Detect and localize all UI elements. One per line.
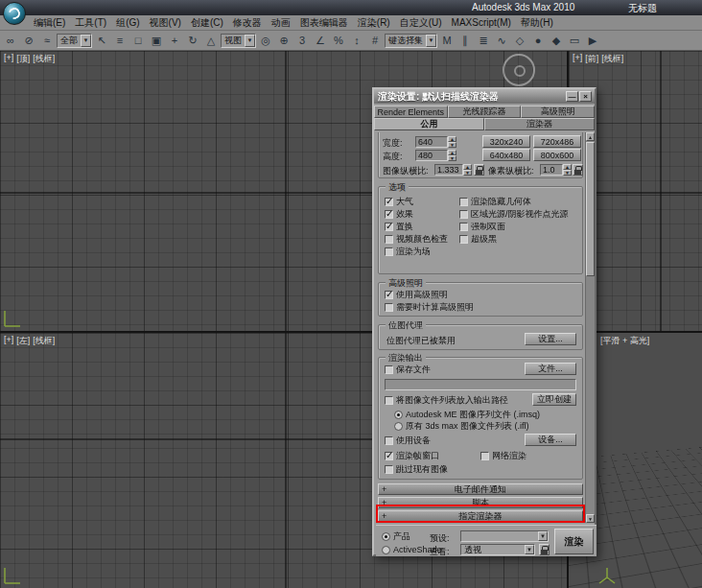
spinner-snap-toggle-icon[interactable]: ↕ (348, 33, 365, 49)
devices-button[interactable]: 设备... (525, 434, 576, 446)
width-spinner[interactable]: ▲▼ (448, 136, 456, 148)
named-selection-sets-dropdown[interactable]: 键选择集▼ (385, 34, 437, 48)
menu-create[interactable]: 创建(C) (186, 16, 228, 30)
select-and-link-icon[interactable]: ∞ (2, 33, 19, 49)
checkbox-use-advanced-lighting[interactable]: 使用高级照明 (385, 289, 474, 301)
angle-snap-toggle-icon[interactable]: ∠ (312, 33, 329, 49)
menu-edit[interactable]: 编辑(E) (29, 16, 70, 30)
percent-snap-toggle-icon[interactable]: % (330, 33, 347, 49)
select-and-move-icon[interactable]: + (166, 33, 183, 49)
align-icon[interactable]: ∥ (456, 33, 474, 49)
viewport-dropdown[interactable]: 透视 ▼ (460, 544, 535, 555)
menu-maxscript[interactable]: MAXScript(M) (447, 17, 516, 28)
radio-legacy-ifl[interactable]: 原有 3ds max 图像文件列表 (.ifl) (394, 420, 529, 432)
bitmap-proxies-setup-button[interactable]: 设置... (525, 333, 576, 345)
viewport-menu-pov[interactable]: [顶] (16, 53, 30, 65)
render-setup-icon[interactable]: ◆ (548, 33, 565, 49)
checkbox-displacement[interactable]: 置换 (385, 221, 448, 233)
preset-640x480-button[interactable]: 640x480 (482, 149, 530, 161)
viewport-menu-general[interactable]: [+] (4, 53, 13, 65)
tab-advanced-lighting[interactable]: 高级照明 (521, 106, 595, 118)
checkbox-atmosphere[interactable]: 大气 (385, 196, 448, 208)
preset-dropdown[interactable]: ▼ (460, 530, 549, 542)
rollup-email-notifications[interactable]: +电子邮件通知 (378, 483, 583, 495)
dialog-scrollbar[interactable]: ▲ ▼ (585, 132, 595, 523)
mirror-icon[interactable]: M (438, 33, 456, 49)
scroll-up-icon[interactable]: ▲ (586, 132, 595, 141)
scrollbar-thumb[interactable] (586, 142, 595, 276)
checkbox-compute-when-required[interactable]: 需要时计算高级照明 (385, 301, 474, 314)
menu-customize[interactable]: 自定义(U) (395, 16, 447, 30)
dialog-title-bar[interactable]: 渲染设置: 默认扫描线渲染器 (374, 89, 595, 104)
bind-to-space-warp-icon[interactable]: ≈ (38, 33, 56, 49)
rectangular-selection-region-icon[interactable]: □ (129, 33, 147, 49)
viewport-menu-shading[interactable]: [线框] (601, 53, 623, 65)
material-editor-icon[interactable]: ● (529, 33, 547, 49)
use-pivot-point-center-icon[interactable]: ◎ (257, 33, 274, 49)
preset-320x240-button[interactable]: 320x240 (482, 135, 530, 148)
render-production-icon[interactable]: ▶ (584, 33, 601, 49)
menu-views[interactable]: 视图(V) (145, 16, 186, 30)
menu-help[interactable]: 帮助(H) (516, 16, 558, 30)
viewport-menu-shading[interactable]: [线框] (33, 53, 55, 65)
schematic-view-icon[interactable]: ◇ (511, 33, 528, 49)
image-aspect-lock-icon[interactable] (474, 164, 484, 176)
pixel-aspect-lock-icon[interactable] (573, 164, 583, 176)
viewport-menu-general[interactable]: [+] (4, 335, 13, 347)
unlink-selection-icon[interactable]: ⊘ (20, 33, 37, 49)
menu-graph-editors[interactable]: 图表编辑器 (295, 16, 353, 30)
image-aspect-spinner[interactable]: ▲▼ (463, 164, 472, 176)
checkbox-super-black[interactable]: 超级黑 (459, 233, 569, 246)
select-and-rotate-icon[interactable]: ↻ (184, 33, 201, 49)
viewport-menu-pov[interactable]: [左] (16, 335, 30, 347)
checkbox-render-hidden-geometry[interactable]: 渲染隐藏几何体 (459, 196, 569, 208)
minimize-button[interactable]: — (566, 91, 578, 102)
render-button[interactable]: 渲染 (554, 529, 594, 554)
checkbox-save-file[interactable]: 保存文件 (385, 364, 431, 376)
snap-toggle-icon[interactable]: 3 (293, 33, 311, 49)
radio-autodesk-me-imsq[interactable]: Autodesk ME 图像序列文件 (.imsq) (394, 409, 540, 420)
pixel-aspect-field[interactable]: 1.0 (540, 164, 563, 176)
menu-rendering[interactable]: 渲染(R) (353, 16, 395, 30)
create-now-button[interactable]: 立即创建 (532, 393, 576, 406)
preset-720x486-button[interactable]: 720x486 (533, 135, 581, 148)
viewport-menu-shading[interactable]: [线框] (33, 335, 55, 347)
3ds-max-logo-icon[interactable] (3, 2, 26, 25)
viewport-menu-shading[interactable]: [平滑 + 高光] (600, 335, 649, 347)
tab-raytracer[interactable]: 光线跟踪器 (448, 106, 522, 118)
checkbox-use-device[interactable]: 使用设备 (385, 435, 431, 447)
checkbox-area-lights-as-points[interactable]: 区域光源/阴影视作点光源 (459, 208, 569, 221)
checkbox-image-file-list[interactable]: 将图像文件列表放入输出路径 (385, 394, 508, 407)
menu-tools[interactable]: 工具(T) (70, 16, 111, 30)
window-crossing-icon[interactable]: ▣ (148, 33, 165, 49)
close-button[interactable]: × (579, 91, 592, 102)
reference-coordinate-system-dropdown[interactable]: 视图▼ (221, 34, 256, 48)
select-and-scale-icon[interactable]: △ (202, 33, 220, 49)
menu-modifiers[interactable]: 修改器 (228, 16, 267, 30)
checkbox-rendered-frame-window[interactable]: 渲染帧窗口 (385, 450, 439, 462)
checkbox-force-two-sided[interactable]: 强制双面 (459, 221, 569, 233)
menu-animation[interactable]: 动画 (267, 16, 295, 30)
checkbox-effects[interactable]: 效果 (385, 208, 448, 221)
menu-group[interactable]: 组(G) (111, 16, 144, 30)
tab-common[interactable]: 公用 (374, 118, 484, 130)
selection-filter-dropdown[interactable]: 全部▼ (57, 34, 92, 48)
files-button[interactable]: 文件... (525, 363, 576, 375)
navigation-compass-icon[interactable] (503, 54, 535, 86)
height-spinner[interactable]: ▲▼ (448, 150, 456, 161)
tab-renderer[interactable]: 渲染器 (484, 118, 595, 130)
checkbox-net-render[interactable]: 网络渲染 (480, 450, 526, 462)
layer-manager-icon[interactable]: ≣ (475, 33, 492, 49)
radio-production[interactable]: 产品 (382, 530, 410, 542)
viewport-menu-pov[interactable]: [前] (585, 53, 598, 65)
checkbox-skip-existing-images[interactable]: 跳过现有图像 (385, 463, 448, 476)
edit-named-selection-sets-icon[interactable]: # (366, 33, 384, 49)
scroll-down-icon[interactable]: ▼ (586, 514, 595, 523)
viewport-lock-icon[interactable] (539, 544, 550, 555)
preset-800x600-button[interactable]: 800x600 (533, 149, 581, 161)
curve-editor-icon[interactable]: ∿ (493, 33, 510, 49)
checkbox-render-to-fields[interactable]: 渲染为场 (385, 246, 448, 258)
image-aspect-field[interactable]: 1.333 (434, 164, 463, 176)
tab-render-elements[interactable]: Render Elements (374, 106, 448, 118)
checkbox-video-color-check[interactable]: 视频颜色检查 (385, 233, 448, 246)
